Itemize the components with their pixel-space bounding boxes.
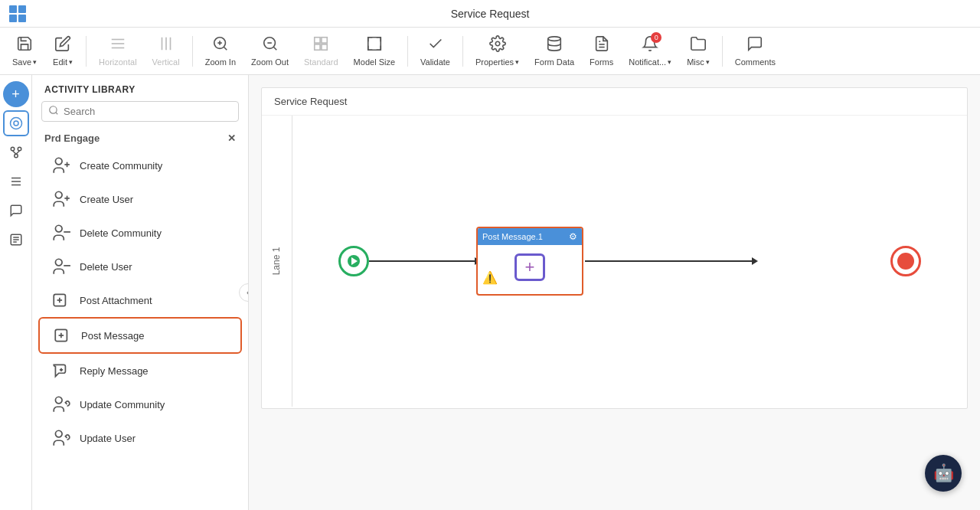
activity-item-post-message[interactable]: Post Message [38,317,242,354]
divider-2 [192,36,193,67]
save-button[interactable]: Save ▾ [6,32,43,70]
horizontal-label: Horizontal [99,57,137,67]
svg-point-22 [14,121,18,126]
divider-4 [462,36,463,67]
validate-button[interactable]: Validate [414,32,456,70]
misc-button[interactable]: Misc ▾ [681,32,716,70]
activity-item-reply-message[interactable]: Reply Message [38,354,242,387]
end-event[interactable] [890,246,921,276]
comments-button[interactable]: Comments [729,32,782,70]
model-size-button[interactable]: Model Size [348,32,401,70]
activity-item-post-attachment[interactable]: Post Attachment [38,283,242,317]
start-event[interactable] [338,246,369,276]
delete-community-icon [51,222,72,244]
nav-form-button[interactable] [3,227,29,253]
notifications-label: Notificat... ▾ [629,57,671,67]
svg-rect-17 [368,38,381,51]
svg-point-36 [50,106,57,113]
form-data-icon [546,35,563,56]
post-message-icon [52,325,74,346]
activity-item-create-user[interactable]: Create User [38,182,242,216]
search-box[interactable] [41,101,239,122]
zoom-out-button[interactable]: Zoom Out [245,32,295,70]
comments-label: Comments [735,57,776,67]
section-header-prd-engage[interactable]: Prd Engage ✕ [32,128,248,149]
notifications-button[interactable]: 0 Notificat... ▾ [622,32,678,70]
divider-1 [86,36,87,67]
arrow-start-to-node [369,260,476,262]
validate-icon [427,35,444,56]
post-message-node[interactable]: Post Message.1 ⚙ + ⚠️ [476,227,583,296]
nav-nodes-button[interactable] [3,139,29,165]
nav-add-button[interactable]: + [3,81,29,107]
svg-line-11 [273,47,276,50]
svg-line-37 [56,113,58,115]
top-bar: Service Request [0,0,980,28]
reply-message-label: Reply Message [80,365,149,377]
create-community-label: Create Community [80,160,162,172]
edit-label: Edit ▾ [53,57,73,67]
properties-button[interactable]: Properties ▾ [469,32,525,70]
nav-process-button[interactable] [3,110,29,136]
standard-button[interactable]: Standard [298,32,345,70]
node-label: Post Message.1 [482,232,543,241]
nav-list-button[interactable] [3,168,29,195]
model-size-label: Model Size [354,57,395,67]
delete-community-label: Delete Community [80,227,162,239]
zoom-out-label: Zoom Out [251,57,289,67]
horizontal-button[interactable]: Horizontal [93,32,143,70]
create-community-icon [51,155,72,176]
svg-rect-14 [322,38,327,43]
diagram-canvas[interactable]: Lane 1 Post M [262,116,967,407]
delete-user-icon [51,256,72,277]
page-title: Service Request [451,8,530,20]
properties-icon [489,35,506,56]
forms-icon [593,35,610,56]
forms-button[interactable]: Forms [583,32,619,70]
svg-point-44 [55,225,62,232]
search-input[interactable] [64,106,232,117]
main-area: + [0,75,980,510]
vertical-button[interactable]: Vertical [146,32,186,70]
activity-item-delete-community[interactable]: Delete Community [38,216,242,250]
canvas-area[interactable]: Service Request Lane 1 [249,75,980,510]
activity-item-update-community[interactable]: Update Community [38,387,242,421]
validate-label: Validate [420,57,450,67]
model-size-icon [366,35,383,56]
svg-rect-13 [315,38,320,43]
chatbot-button[interactable]: 🤖 [925,455,962,492]
svg-point-18 [495,41,500,46]
node-gear-icon[interactable]: ⚙ [569,231,577,242]
nav-chat-button[interactable] [3,198,29,224]
zoom-in-icon [212,35,229,56]
lane-label-area: Lane 1 [262,116,292,407]
node-header: Post Message.1 ⚙ [478,228,582,245]
activity-item-delete-user[interactable]: Delete User [38,250,242,283]
play-triangle-icon [351,257,358,265]
form-data-button[interactable]: Form Data [528,32,580,70]
vertical-label: Vertical [152,57,180,67]
notification-badge: 0 [651,32,662,43]
end-event-inner [897,253,914,270]
zoom-in-button[interactable]: Zoom In [199,32,242,70]
activity-item-create-community[interactable]: Create Community [38,149,242,182]
lane-label: Lane 1 [271,247,282,276]
svg-point-23 [10,118,21,129]
zoom-out-icon [262,35,279,56]
activity-item-update-user[interactable]: Update User [38,421,242,455]
start-event-inner [348,255,360,267]
svg-point-26 [14,154,18,158]
edit-button[interactable]: Edit ▾ [46,32,80,70]
save-label: Save ▾ [12,57,37,67]
divider-3 [407,36,408,67]
diagram-container: Service Request Lane 1 [261,87,968,409]
vertical-icon [158,35,175,56]
toolbar: Save ▾ Edit ▾ Horizontal [0,28,980,75]
section-label: Prd Engage [44,132,100,144]
create-user-label: Create User [80,194,133,205]
update-community-icon [51,394,72,415]
notifications-icon: 0 [642,35,658,56]
form-data-label: Form Data [534,57,574,67]
svg-rect-16 [322,44,327,50]
search-icon [48,105,59,118]
